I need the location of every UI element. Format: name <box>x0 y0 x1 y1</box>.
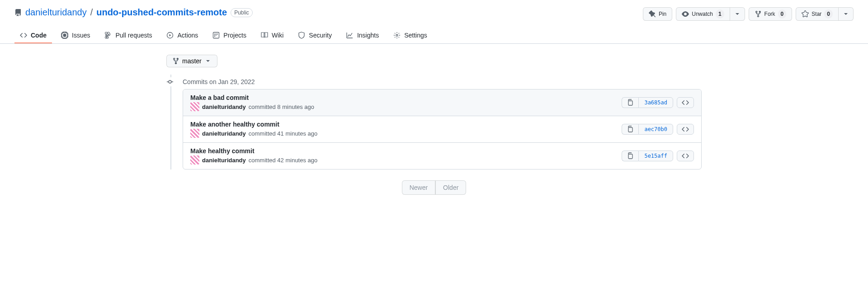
visibility-badge: Public <box>231 8 253 17</box>
repo-header: danielturidandy / undo-pushed-commits-re… <box>0 0 868 21</box>
commit-row: Make another healthy commit danielturida… <box>183 116 701 143</box>
svg-rect-5 <box>628 101 632 105</box>
svg-rect-7 <box>628 154 632 159</box>
copy-icon <box>627 99 634 106</box>
date-heading: Commits on Jan 29, 2022 <box>166 75 702 89</box>
tab-actions[interactable]: Actions <box>161 28 203 43</box>
unwatch-label: Unwatch <box>692 9 713 19</box>
star-button[interactable]: Star 0 <box>796 7 838 21</box>
fork-button[interactable]: Fork 0 <box>749 7 793 21</box>
triangle-down-icon <box>842 10 849 18</box>
copy-sha-button[interactable] <box>622 97 638 108</box>
pull-request-icon <box>104 32 112 39</box>
code-icon <box>682 126 689 133</box>
star-dropdown[interactable] <box>838 7 854 21</box>
commit-marker-icon <box>166 77 174 86</box>
tab-pull-requests[interactable]: Pull requests <box>99 28 157 43</box>
owner-link[interactable]: danielturidandy <box>25 7 87 18</box>
svg-point-3 <box>396 34 398 36</box>
fork-label: Fork <box>764 9 775 19</box>
copy-icon <box>627 126 634 133</box>
pin-button[interactable]: Pin <box>643 7 672 21</box>
tab-label: Insights <box>357 32 379 39</box>
commit-title-link[interactable]: Make a bad commit <box>190 94 249 101</box>
watch-count: 1 <box>716 9 724 19</box>
sha-group: 5e15aff <box>622 151 673 161</box>
commit-actions: 5e15aff <box>622 151 694 161</box>
tab-label: Pull requests <box>115 32 152 39</box>
branch-icon <box>172 57 179 65</box>
commit-meta: danielturidandy committed 8 minutes ago <box>190 102 314 111</box>
shield-icon <box>298 32 305 39</box>
project-icon <box>212 32 220 39</box>
code-icon <box>682 99 689 106</box>
unwatch-button[interactable]: Unwatch 1 <box>676 7 729 21</box>
avatar[interactable] <box>190 129 199 138</box>
repo-title: danielturidandy / undo-pushed-commits-re… <box>14 7 253 18</box>
book-icon <box>261 32 268 39</box>
tab-security[interactable]: Security <box>292 28 337 43</box>
browse-code-button[interactable] <box>677 151 694 161</box>
tab-label: Code <box>31 32 47 39</box>
commit-title-link[interactable]: Make healthy commit <box>190 147 255 155</box>
tab-projects[interactable]: Projects <box>207 28 252 43</box>
triangle-down-icon <box>204 57 212 65</box>
repo-link[interactable]: undo-pushed-commits-remote <box>96 7 227 17</box>
avatar[interactable] <box>190 155 199 165</box>
commit-actions: aec70b0 <box>622 124 694 135</box>
svg-point-4 <box>169 80 171 83</box>
commit-title-link[interactable]: Make another healthy commit <box>190 121 279 128</box>
repo-actions: Pin Unwatch 1 Fork 0 Star 0 <box>643 7 854 21</box>
commit-time: committed 42 minutes ago <box>249 157 317 164</box>
date-label: Commits on Jan 29, 2022 <box>183 78 255 85</box>
branch-name: master <box>182 57 202 65</box>
author-link[interactable]: danielturidandy <box>202 104 246 110</box>
sha-group: aec70b0 <box>622 124 673 135</box>
author-link[interactable]: danielturidandy <box>202 157 246 164</box>
repo-nav: Code Issues Pull requests Actions Projec… <box>0 28 868 44</box>
tab-insights[interactable]: Insights <box>341 28 384 43</box>
star-label: Star <box>811 9 821 19</box>
branch-selector[interactable]: master <box>166 55 217 67</box>
svg-rect-6 <box>628 127 632 132</box>
triangle-down-icon <box>734 10 741 18</box>
copy-sha-button[interactable] <box>622 151 638 161</box>
star-group: Star 0 <box>796 7 854 21</box>
watch-dropdown[interactable] <box>730 7 745 21</box>
sha-link[interactable]: 5e15aff <box>638 151 673 161</box>
commit-time: committed 41 minutes ago <box>249 130 317 137</box>
sha-link[interactable]: 3a685ad <box>638 97 673 108</box>
newer-button[interactable]: Newer <box>402 180 435 195</box>
fork-count: 0 <box>778 9 787 19</box>
browse-code-button[interactable] <box>677 124 694 135</box>
tab-label: Wiki <box>272 32 283 39</box>
commits-container: master Commits on Jan 29, 2022 Make a ba… <box>152 44 716 206</box>
commit-time: committed 8 minutes ago <box>249 104 314 110</box>
tab-label: Projects <box>223 32 246 39</box>
tab-code[interactable]: Code <box>14 28 52 43</box>
tab-label: Security <box>309 32 332 39</box>
pin-label: Pin <box>659 9 666 19</box>
copy-icon <box>627 152 634 160</box>
commit-info: Make another healthy commit danielturida… <box>190 121 317 138</box>
commit-info: Make a bad commit danielturidandy commit… <box>190 94 314 111</box>
pagination: Newer Older <box>166 180 702 195</box>
pin-icon <box>649 10 656 18</box>
tab-wiki[interactable]: Wiki <box>255 28 289 43</box>
sha-link[interactable]: aec70b0 <box>638 124 673 135</box>
fork-icon <box>755 10 762 18</box>
commit-row: Make a bad commit danielturidandy commit… <box>183 89 701 116</box>
avatar[interactable] <box>190 102 199 111</box>
commit-actions: 3a685ad <box>622 97 694 108</box>
tab-issues[interactable]: Issues <box>56 28 95 43</box>
issue-icon <box>61 32 68 39</box>
copy-sha-button[interactable] <box>622 124 638 135</box>
star-icon <box>802 10 809 18</box>
older-button[interactable]: Older <box>435 180 466 195</box>
eye-icon <box>682 10 689 18</box>
graph-icon <box>346 32 354 39</box>
tab-settings[interactable]: Settings <box>388 28 433 43</box>
commit-meta: danielturidandy committed 41 minutes ago <box>190 129 317 138</box>
browse-code-button[interactable] <box>677 97 694 108</box>
author-link[interactable]: danielturidandy <box>202 130 246 137</box>
